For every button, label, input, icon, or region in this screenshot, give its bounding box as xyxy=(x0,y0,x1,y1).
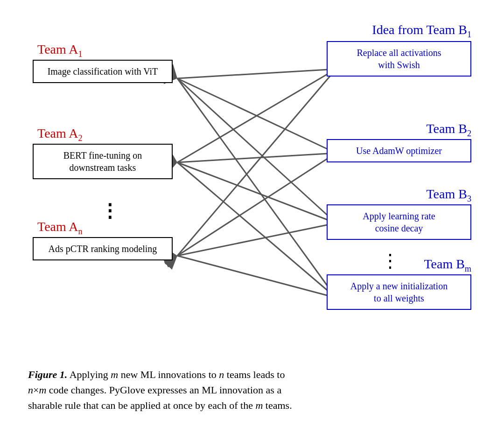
team-a2-label: Team A2 xyxy=(37,126,83,143)
caption: Figure 1. Applying m new ML innovations … xyxy=(28,367,476,413)
left-section: Team A1 Image classification with ViT Te… xyxy=(28,14,187,331)
team-b3-sub: 3 xyxy=(467,194,471,203)
team-a2-sub: 2 xyxy=(78,133,82,143)
team-a2-text: Team A xyxy=(37,126,78,140)
figure-label: Figure 1. xyxy=(28,369,67,380)
team-a1-sub: 1 xyxy=(78,49,82,59)
team-an-task: Ads pCTR ranking modeling xyxy=(49,244,157,254)
team-bm-label: Team Bm xyxy=(424,257,471,274)
team-an-label: Team An xyxy=(37,219,83,237)
idea-from-text: Idea from Team B xyxy=(372,22,467,37)
team-a1-task: Image classification with ViT xyxy=(48,66,158,77)
diagram: Team A1 Image classification with ViT Te… xyxy=(28,14,476,331)
idea-from-label: Idea from Team B1 xyxy=(372,22,471,40)
team-b1-box: Replace all activationswith Swish xyxy=(327,41,471,77)
page-container: Team A1 Image classification with ViT Te… xyxy=(0,0,504,427)
team-an-box: Ads pCTR ranking modeling xyxy=(33,237,173,260)
team-a1-box: Image classification with ViT xyxy=(33,60,173,83)
team-bm-sub: m xyxy=(465,264,471,273)
dots-a: ⋮ xyxy=(100,200,121,222)
team-b2-box: Use AdamW optimizer xyxy=(327,139,471,162)
team-an-sub: n xyxy=(78,227,82,236)
team-b2-text: Team B xyxy=(426,121,467,136)
team-b3-label: Team B3 xyxy=(426,187,471,204)
team-a1-text: Team A xyxy=(37,42,78,56)
right-section: Idea from Team B1 Replace all activation… xyxy=(280,14,476,331)
team-a1-label: Team A1 xyxy=(37,42,83,59)
team-b2-label: Team B2 xyxy=(426,121,471,139)
team-an-text: Team A xyxy=(37,219,78,234)
team-b3-text: Team B xyxy=(426,187,467,201)
team-a2-box: BERT fine-tuning ondownstream tasks xyxy=(33,144,173,179)
dots-b: ⋮ xyxy=(381,250,401,272)
team-bm-box: Apply a new initializationto all weights xyxy=(327,274,471,310)
idea-from-sub: 1 xyxy=(467,30,471,39)
team-b2-task: Use AdamW optimizer xyxy=(356,146,442,156)
team-b3-box: Apply learning ratecosine decay xyxy=(327,204,471,240)
team-b2-sub: 2 xyxy=(467,129,471,138)
team-bm-text: Team B xyxy=(424,257,464,271)
